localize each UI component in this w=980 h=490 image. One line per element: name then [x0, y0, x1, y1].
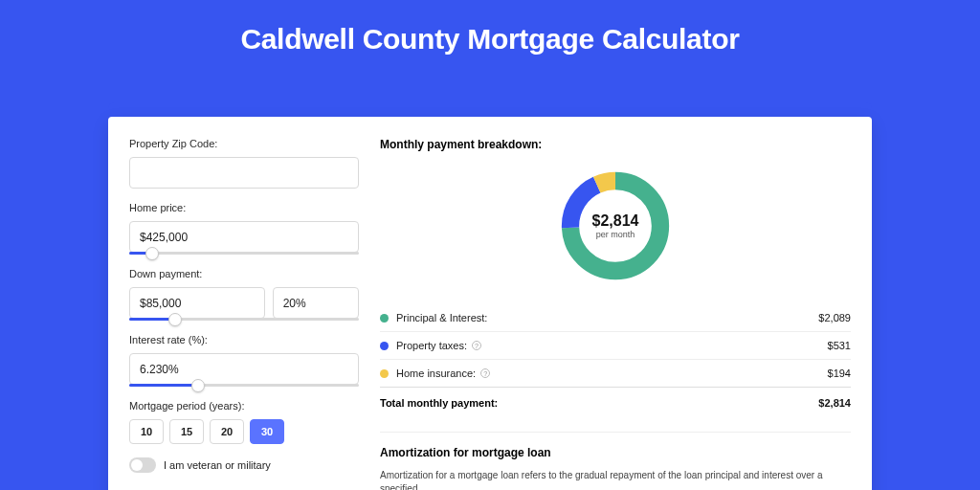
amortization-text: Amortization for a mortgage loan refers … — [380, 469, 851, 490]
legend-row: Home insurance:?$194 — [380, 360, 851, 387]
home-price-label: Home price: — [129, 202, 359, 213]
legend-label: Principal & Interest: — [396, 312, 487, 323]
donut-subtext: per month — [596, 230, 635, 239]
down-payment-slider[interactable] — [129, 318, 359, 321]
legend-dot-icon — [380, 314, 389, 323]
legend-value: $194 — [828, 368, 851, 379]
period-button-30[interactable]: 30 — [250, 419, 284, 444]
legend: Principal & Interest:$2,089Property taxe… — [380, 304, 851, 387]
legend-row: Principal & Interest:$2,089 — [380, 304, 851, 332]
calculator-stage: Property Zip Code: Home price: Down paym… — [108, 102, 872, 490]
legend-label: Home insurance:? — [396, 368, 490, 379]
legend-value: $531 — [828, 340, 851, 351]
down-payment-input[interactable] — [129, 287, 265, 319]
inputs-column: Property Zip Code: Home price: Down paym… — [129, 138, 359, 490]
zip-input[interactable] — [129, 157, 359, 189]
legend-row: Property taxes:?$531 — [380, 332, 851, 360]
legend-dot-icon — [380, 369, 389, 378]
period-button-20[interactable]: 20 — [210, 419, 244, 444]
home-price-slider[interactable] — [129, 252, 359, 255]
total-payment-label: Total monthly payment: — [380, 397, 498, 409]
donut-chart: $2,814 per month — [556, 167, 675, 285]
legend-value: $2,089 — [818, 312, 851, 323]
home-price-input[interactable] — [129, 221, 359, 253]
breakdown-title: Monthly payment breakdown: — [380, 138, 851, 151]
veteran-label: I am veteran or military — [164, 459, 271, 471]
veteran-toggle[interactable] — [129, 457, 156, 473]
mortgage-period-group: 10152030 — [129, 419, 359, 444]
period-button-10[interactable]: 10 — [129, 419, 164, 444]
slider-thumb-icon[interactable] — [168, 313, 182, 326]
legend-label: Property taxes:? — [396, 340, 481, 351]
interest-rate-label: Interest rate (%): — [129, 334, 359, 345]
period-button-15[interactable]: 15 — [169, 419, 204, 444]
calculator-card: Property Zip Code: Home price: Down paym… — [108, 117, 872, 490]
interest-rate-slider[interactable] — [129, 384, 359, 387]
donut-value: $2,814 — [592, 212, 639, 230]
info-icon[interactable]: ? — [480, 368, 490, 378]
down-payment-pct-input[interactable] — [273, 287, 359, 319]
interest-rate-input[interactable] — [129, 353, 359, 385]
zip-label: Property Zip Code: — [129, 138, 359, 149]
legend-dot-icon — [380, 342, 389, 350]
total-payment-value: $2,814 — [818, 397, 851, 409]
slider-thumb-icon[interactable] — [145, 247, 159, 260]
mortgage-period-label: Mortgage period (years): — [129, 400, 359, 412]
info-icon[interactable]: ? — [472, 341, 481, 350]
breakdown-column: Monthly payment breakdown: $2,814 per mo… — [380, 138, 851, 490]
amortization-title: Amortization for mortgage loan — [380, 446, 851, 459]
page-title: Caldwell County Mortgage Calculator — [0, 23, 980, 56]
down-payment-label: Down payment: — [129, 268, 359, 279]
slider-thumb-icon[interactable] — [191, 379, 205, 392]
